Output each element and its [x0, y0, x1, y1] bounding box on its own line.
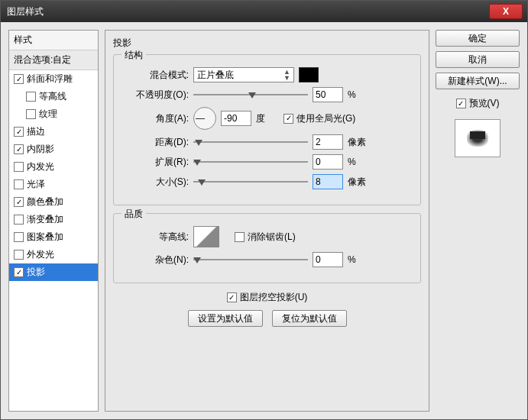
contour-picker[interactable] [193, 226, 219, 247]
checkbox-icon[interactable] [26, 92, 36, 102]
style-item-label: 等高线 [39, 90, 66, 103]
style-item[interactable]: 投影 [9, 263, 98, 281]
make-default-button[interactable]: 设置为默认值 [188, 310, 263, 327]
style-item[interactable]: 颜色叠加 [9, 193, 98, 211]
knockout-checkbox[interactable]: 图层挖空投影(U) [227, 291, 308, 304]
style-item[interactable]: 光泽 [9, 176, 98, 193]
style-item-label: 纹理 [39, 108, 57, 121]
style-item[interactable]: 描边 [9, 123, 98, 141]
style-item-label: 投影 [27, 266, 45, 279]
style-item[interactable]: 内发光 [9, 158, 98, 176]
contour-label: 等高线: [123, 231, 189, 244]
opacity-input[interactable] [313, 87, 343, 102]
opacity-unit: % [348, 89, 371, 100]
spread-label: 扩展(R): [123, 156, 189, 169]
checkbox-icon[interactable] [14, 162, 24, 172]
angle-label: 角度(A): [123, 112, 189, 125]
style-item[interactable]: 渐变叠加 [9, 211, 98, 228]
ok-button[interactable]: 确定 [436, 30, 520, 47]
preview-checkbox[interactable]: 预览(V) [436, 97, 520, 110]
opacity-slider[interactable] [193, 89, 308, 100]
style-item[interactable]: 等高线 [9, 88, 98, 105]
layer-style-dialog: 图层样式 X 样式 混合选项:自定 斜面和浮雕等高线纹理描边内阴影内发光光泽颜色… [0, 0, 528, 420]
reset-default-button[interactable]: 复位为默认值 [272, 310, 347, 327]
style-item-label: 光泽 [27, 178, 45, 191]
structure-legend: 结构 [121, 49, 146, 62]
preview-thumbnail [455, 119, 500, 157]
close-button[interactable]: X [489, 4, 523, 19]
angle-input[interactable] [221, 111, 251, 126]
style-item[interactable]: 纹理 [9, 105, 98, 123]
style-item[interactable]: 外发光 [9, 246, 98, 263]
style-item-label: 外发光 [27, 248, 54, 261]
shadow-color-swatch[interactable] [299, 67, 319, 82]
dropdown-icon: ▲▼ [283, 69, 290, 81]
antialias-checkbox[interactable]: 消除锯齿(L) [235, 231, 296, 244]
section-title: 投影 [113, 35, 421, 54]
size-slider[interactable] [193, 176, 308, 187]
opacity-label: 不透明度(O): [123, 89, 189, 102]
global-light-label: 使用全局光(G) [296, 112, 355, 125]
blending-options-item[interactable]: 混合选项:自定 [9, 50, 98, 70]
distance-unit: 像素 [348, 136, 371, 149]
checkbox-icon[interactable] [26, 109, 36, 119]
noise-unit: % [348, 254, 371, 265]
checkbox-icon[interactable] [14, 179, 24, 189]
checkbox-icon [283, 114, 293, 124]
spread-input[interactable] [313, 154, 343, 170]
checkbox-icon[interactable] [14, 232, 24, 242]
global-light-checkbox[interactable]: 使用全局光(G) [283, 112, 355, 125]
angle-unit: 度 [256, 112, 279, 125]
checkbox-icon [456, 99, 466, 108]
checkbox-icon[interactable] [14, 267, 24, 277]
titlebar: 图层样式 X [1, 1, 527, 22]
style-item[interactable]: 斜面和浮雕 [9, 70, 98, 88]
window-title: 图层样式 [7, 5, 44, 18]
spread-unit: % [348, 157, 371, 167]
style-item-label: 描边 [27, 125, 45, 138]
style-item-label: 内阴影 [27, 143, 54, 156]
distance-input[interactable] [313, 134, 343, 150]
noise-input[interactable] [313, 252, 343, 267]
checkbox-icon[interactable] [14, 144, 24, 154]
style-item-label: 图案叠加 [27, 231, 63, 244]
style-item-label: 颜色叠加 [27, 195, 63, 208]
structure-fieldset: 结构 混合模式: 正片叠底 ▲▼ 不透明度(O): % [113, 54, 421, 205]
preview-label: 预览(V) [469, 97, 500, 110]
size-label: 大小(S): [123, 176, 189, 189]
quality-legend: 品质 [121, 208, 146, 221]
checkbox-icon[interactable] [14, 215, 24, 225]
spread-slider[interactable] [193, 157, 308, 167]
quality-fieldset: 品质 等高线: 消除锯齿(L) 杂色(N): % [113, 213, 421, 283]
knockout-label: 图层挖空投影(U) [240, 291, 308, 304]
checkbox-icon[interactable] [14, 197, 24, 207]
distance-label: 距离(D): [123, 136, 189, 149]
cancel-button[interactable]: 取消 [436, 51, 520, 68]
style-item[interactable]: 内阴影 [9, 141, 98, 158]
distance-slider[interactable] [193, 137, 308, 147]
new-style-button[interactable]: 新建样式(W)... [436, 73, 520, 89]
checkbox-icon [235, 232, 245, 242]
noise-slider[interactable] [193, 254, 308, 265]
style-item-label: 内发光 [27, 160, 54, 173]
checkbox-icon[interactable] [14, 127, 24, 137]
blend-mode-label: 混合模式: [123, 69, 189, 82]
antialias-label: 消除锯齿(L) [248, 231, 296, 244]
size-input[interactable] [313, 174, 343, 189]
blend-mode-select[interactable]: 正片叠底 ▲▼ [193, 67, 294, 82]
checkbox-icon[interactable] [14, 250, 24, 260]
style-item-label: 渐变叠加 [27, 213, 63, 226]
style-item[interactable]: 图案叠加 [9, 228, 98, 246]
size-unit: 像素 [348, 176, 371, 189]
angle-dial[interactable] [193, 107, 216, 130]
styles-header[interactable]: 样式 [9, 31, 98, 50]
effect-settings-panel: 投影 结构 混合模式: 正片叠底 ▲▼ 不透明度(O): [105, 30, 429, 412]
noise-label: 杂色(N): [123, 254, 189, 267]
checkbox-icon [227, 292, 237, 302]
style-item-label: 斜面和浮雕 [27, 73, 73, 86]
blend-mode-value: 正片叠底 [197, 69, 234, 82]
checkbox-icon[interactable] [14, 74, 24, 84]
dialog-buttons-panel: 确定 取消 新建样式(W)... 预览(V) [436, 30, 520, 412]
styles-list-panel: 样式 混合选项:自定 斜面和浮雕等高线纹理描边内阴影内发光光泽颜色叠加渐变叠加图… [8, 30, 99, 412]
